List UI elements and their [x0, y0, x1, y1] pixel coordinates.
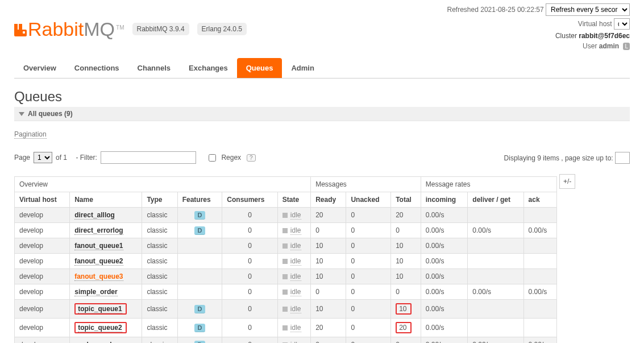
state-icon — [282, 325, 288, 330]
cell-unacked: 0 — [346, 337, 391, 344]
cell-name: topic_queue1 — [70, 300, 142, 319]
cell-consumers: 0 — [222, 223, 277, 238]
vhost-select[interactable]: deve — [614, 18, 630, 30]
col-unacked[interactable]: Unacked — [346, 192, 391, 208]
cell-features: D — [177, 319, 222, 337]
cell-ack: 0.00/s — [523, 223, 556, 238]
display-count-label: Displaying 9 items , page size up to: — [504, 154, 613, 162]
cell-ready: 10 — [311, 238, 346, 254]
page-select[interactable]: 1 — [34, 152, 52, 163]
queue-link[interactable]: topic_queue1 — [78, 305, 122, 313]
cell-name: direct_alllog — [70, 208, 142, 223]
cell-ready: 0 — [311, 284, 346, 300]
cell-state: idle — [277, 223, 310, 238]
cell-type: classic — [142, 238, 177, 254]
section-all-queues[interactable]: All queues (9) — [14, 107, 630, 121]
cell-unacked: 0 — [346, 300, 391, 319]
cell-consumers: 0 — [222, 319, 277, 337]
col-ack[interactable]: ack — [523, 192, 556, 208]
col-deliver[interactable]: deliver / get — [468, 192, 523, 208]
cell-state: idle — [277, 337, 310, 344]
col-vhost[interactable]: Virtual host — [15, 192, 70, 208]
cell-features: D — [177, 300, 222, 319]
cell-incoming: 0.00/s — [421, 208, 468, 223]
cell-vhost: develop — [15, 238, 70, 254]
cell-type: classic — [142, 337, 177, 344]
queue-link[interactable]: direct_errorlog — [74, 226, 123, 235]
tab-exchanges[interactable]: Exchanges — [180, 58, 237, 78]
cell-total: 10 — [391, 300, 421, 319]
cell-state: idle — [277, 319, 310, 337]
cell-features — [177, 284, 222, 300]
logo[interactable]: RabbitMQ TM RabbitMQ 3.9.4 Erlang 24.0.5 — [14, 6, 247, 52]
cell-features — [177, 269, 222, 284]
queue-link[interactable]: direct_alllog — [74, 211, 115, 220]
cell-total: 10 — [391, 269, 421, 284]
svg-rect-3 — [23, 31, 25, 34]
cell-consumers: 0 — [222, 300, 277, 319]
queue-link[interactable]: topic_queue2 — [78, 324, 122, 332]
version-rabbitmq: RabbitMQ 3.9.4 — [132, 23, 189, 35]
cell-ack — [523, 254, 556, 269]
cell-ack — [523, 208, 556, 223]
cell-consumers: 0 — [222, 254, 277, 269]
cell-deliver — [468, 208, 523, 223]
tab-connections[interactable]: Connections — [65, 58, 128, 78]
queue-link[interactable]: simple_order — [74, 288, 117, 296]
cell-consumers: 0 — [222, 238, 277, 254]
queue-link[interactable]: fanout_queue1 — [74, 242, 123, 250]
columns-toggle[interactable]: +/- — [559, 174, 575, 189]
cell-name: fanout_queue3 — [70, 269, 142, 284]
cell-features: D — [177, 337, 222, 344]
regex-checkbox[interactable] — [209, 154, 216, 162]
queue-link[interactable]: fanout_queue3 — [74, 272, 123, 281]
col-ready[interactable]: Ready — [311, 192, 346, 208]
cell-features — [177, 238, 222, 254]
cell-deliver: 0.00/s — [468, 337, 523, 344]
cell-state: idle — [277, 254, 310, 269]
queue-link[interactable]: worker_order — [74, 341, 118, 343]
cell-total: 10 — [391, 254, 421, 269]
col-incoming[interactable]: incoming — [421, 192, 468, 208]
table-row: developdirect_errorlogclassicD0idle0000.… — [15, 223, 557, 238]
cell-consumers: 0 — [222, 208, 277, 223]
filter-label: - Filter: — [76, 154, 97, 162]
tab-admin[interactable]: Admin — [282, 58, 323, 78]
refresh-interval-select[interactable]: Refresh every 5 secor — [546, 3, 630, 16]
durable-badge: D — [194, 211, 206, 220]
cell-type: classic — [142, 284, 177, 300]
help-icon[interactable]: ? — [247, 154, 256, 162]
filter-input[interactable] — [101, 151, 196, 164]
cell-type: classic — [142, 319, 177, 337]
cell-vhost: develop — [15, 269, 70, 284]
page-size-input[interactable] — [615, 152, 630, 164]
col-type[interactable]: Type — [142, 192, 177, 208]
status-panel: Refreshed 2021-08-25 00:22:57 Refresh ev… — [447, 3, 630, 52]
page-label: Page — [14, 154, 30, 162]
cell-ready: 20 — [311, 208, 346, 223]
cluster-label: Cluster — [555, 32, 577, 40]
cell-type: classic — [142, 269, 177, 284]
cell-state: idle — [277, 300, 310, 319]
col-name[interactable]: Name — [70, 192, 142, 208]
col-state[interactable]: State — [277, 192, 310, 208]
tab-overview[interactable]: Overview — [14, 58, 65, 78]
user-value: admin — [599, 42, 619, 50]
durable-badge: D — [194, 305, 206, 313]
col-features[interactable]: Features — [177, 192, 222, 208]
tab-channels[interactable]: Channels — [128, 58, 180, 78]
tab-queues[interactable]: Queues — [237, 58, 282, 78]
cell-total: 0 — [391, 337, 421, 344]
col-consumers[interactable]: Consumers — [222, 192, 277, 208]
cell-incoming: 0.00/s — [421, 269, 468, 284]
col-total[interactable]: Total — [391, 192, 421, 208]
user-label: User — [583, 42, 597, 50]
cell-total: 20 — [391, 319, 421, 337]
cell-vhost: develop — [15, 223, 70, 238]
cell-type: classic — [142, 254, 177, 269]
pagination-label: Pagination — [14, 130, 47, 139]
table-row: developsimple_orderclassic0idle0000.00/s… — [15, 284, 557, 300]
queue-link[interactable]: fanout_queue2 — [74, 257, 123, 266]
state-icon — [282, 307, 288, 312]
state-icon — [282, 259, 288, 264]
